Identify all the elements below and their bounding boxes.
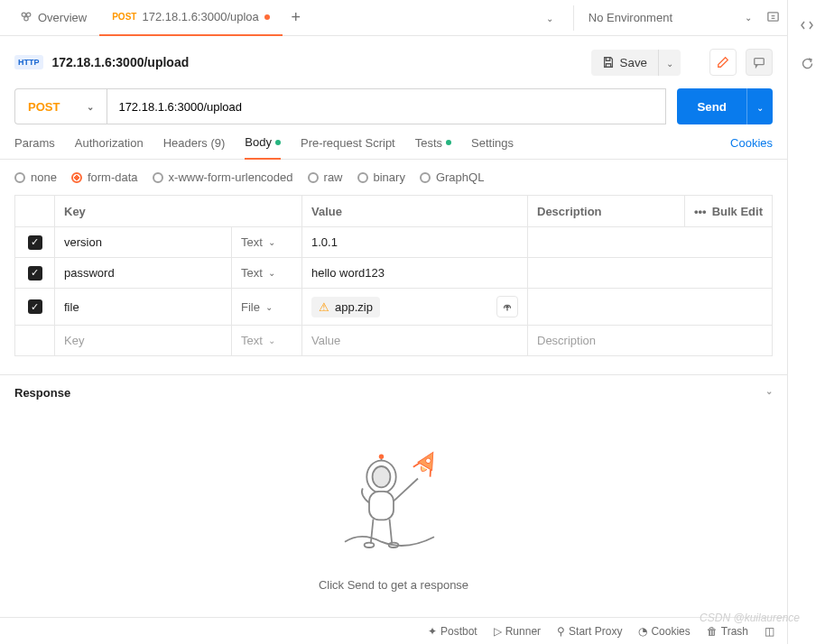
- radio-none[interactable]: none: [14, 170, 57, 184]
- unsaved-dot-icon: [264, 14, 270, 20]
- type-select[interactable]: Text⌄: [232, 326, 302, 355]
- astronaut-illustration: [312, 436, 475, 562]
- cell-key[interactable]: password: [55, 258, 232, 288]
- environment-quicklook-icon[interactable]: [766, 10, 780, 26]
- radio-form-data[interactable]: form-data: [71, 170, 138, 184]
- tab-body[interactable]: Body: [245, 135, 281, 160]
- table-row: ✓ version Text⌄ 1.0.1: [15, 226, 772, 257]
- form-data-table: Key Value Description ••• Bulk Edit ✓ ve…: [14, 195, 773, 356]
- chevron-down-icon: ⌄: [87, 102, 94, 112]
- refresh-icon[interactable]: [800, 57, 814, 74]
- tab-settings[interactable]: Settings: [471, 136, 514, 159]
- request-title: 172.18.1.6:3000/upload: [52, 55, 582, 69]
- radio-graphql[interactable]: GraphQL: [420, 170, 484, 184]
- tab-authorization[interactable]: Authorization: [75, 136, 144, 159]
- svg-point-7: [379, 455, 384, 459]
- url-input[interactable]: [107, 88, 666, 124]
- panels-icon: ◫: [765, 625, 774, 638]
- cell-key[interactable]: file: [55, 289, 232, 325]
- radio-binary[interactable]: binary: [357, 170, 405, 184]
- method-select[interactable]: POST ⌄: [14, 88, 107, 124]
- type-select[interactable]: Text⌄: [232, 258, 302, 288]
- type-select[interactable]: Text⌄: [232, 227, 302, 257]
- file-chip: ⚠ app.zip: [311, 297, 380, 317]
- edit-button[interactable]: [709, 49, 737, 76]
- table-row: ✓ password Text⌄ hello word123: [15, 257, 772, 288]
- cookie-icon: ◔: [638, 625, 647, 638]
- svg-rect-9: [369, 492, 394, 520]
- footer-runner[interactable]: ▷Runner: [494, 625, 541, 638]
- environment-select[interactable]: No Environment ⌄: [581, 11, 759, 24]
- send-button[interactable]: Send: [677, 88, 746, 124]
- table-row-new: Key Text⌄ Value Description: [15, 325, 772, 355]
- antenna-icon: ⚲: [557, 625, 565, 638]
- pencil-icon: [717, 56, 729, 69]
- bulk-edit-button[interactable]: Bulk Edit: [712, 205, 763, 218]
- row-checkbox[interactable]: ✓: [28, 299, 42, 314]
- upload-file-button[interactable]: [496, 296, 518, 317]
- tab-overview[interactable]: Overview: [7, 0, 99, 36]
- footer-cookies[interactable]: ◔Cookies: [638, 625, 690, 638]
- col-description: Description: [528, 196, 685, 226]
- environment-label: No Environment: [589, 11, 672, 24]
- footer-postbot[interactable]: ✦Postbot: [428, 625, 477, 638]
- more-icon[interactable]: •••: [694, 205, 707, 218]
- cell-value[interactable]: hello word123: [302, 258, 528, 288]
- new-desc-input[interactable]: Description: [528, 326, 772, 355]
- save-dropdown[interactable]: ⌄: [658, 50, 681, 76]
- footer-panels[interactable]: ◫: [765, 625, 774, 638]
- save-button[interactable]: Save: [591, 50, 658, 76]
- tab-request-label: 172.18.1.6:3000/uploa: [142, 10, 258, 23]
- chevron-down-icon: ⌄: [745, 13, 752, 23]
- svg-point-0: [22, 13, 25, 16]
- new-key-input[interactable]: Key: [55, 326, 232, 355]
- cell-description[interactable]: [528, 289, 772, 325]
- svg-rect-3: [768, 12, 778, 20]
- response-title: Response: [14, 386, 70, 400]
- comments-button[interactable]: [746, 49, 773, 76]
- cell-key[interactable]: version: [55, 227, 232, 257]
- new-value-input[interactable]: Value: [302, 326, 528, 355]
- col-value: Value: [302, 196, 528, 226]
- new-tab-button[interactable]: +: [283, 8, 310, 27]
- cell-description[interactable]: [528, 258, 772, 288]
- warning-icon: ⚠: [319, 300, 329, 314]
- trash-icon: 🗑: [707, 625, 718, 638]
- tab-headers[interactable]: Headers (9): [163, 136, 226, 159]
- svg-point-1: [26, 13, 30, 16]
- http-badge: HTTP: [14, 55, 43, 69]
- tab-overview-label: Overview: [38, 11, 87, 24]
- watermark: CSDN @kuilaurence: [700, 612, 800, 624]
- tab-params[interactable]: Params: [14, 136, 55, 159]
- cell-description[interactable]: [528, 227, 772, 257]
- type-select[interactable]: File⌄: [232, 289, 302, 325]
- svg-point-6: [373, 466, 391, 487]
- play-icon: ▷: [494, 625, 502, 638]
- save-icon: [602, 56, 615, 69]
- save-label: Save: [620, 56, 647, 69]
- radio-raw[interactable]: raw: [308, 170, 343, 184]
- radio-xwww[interactable]: x-www-form-urlencoded: [153, 170, 293, 184]
- collapse-response-icon[interactable]: ⌄: [765, 386, 773, 400]
- active-dot-icon: [446, 140, 451, 145]
- send-dropdown[interactable]: ⌄: [746, 88, 773, 124]
- cell-value[interactable]: ⚠ app.zip: [302, 289, 528, 325]
- svg-rect-4: [755, 59, 765, 65]
- footer-start-proxy[interactable]: ⚲Start Proxy: [557, 625, 622, 638]
- svg-point-10: [365, 543, 375, 547]
- cell-value[interactable]: 1.0.1: [302, 227, 528, 257]
- tabs-dropdown[interactable]: ⌄: [533, 11, 566, 24]
- footer-trash[interactable]: 🗑Trash: [707, 625, 748, 638]
- row-checkbox[interactable]: ✓: [28, 266, 42, 281]
- table-row: ✓ file File⌄ ⚠ app.zip: [15, 288, 772, 325]
- cookies-link[interactable]: Cookies: [730, 136, 773, 159]
- tab-prerequest[interactable]: Pre-request Script: [301, 136, 395, 159]
- tab-method-tag: POST: [112, 12, 136, 22]
- code-snippet-icon[interactable]: [800, 18, 814, 35]
- row-checkbox[interactable]: ✓: [28, 235, 42, 250]
- comment-icon: [753, 56, 765, 69]
- tab-request-active[interactable]: POST 172.18.1.6:3000/uploa: [99, 0, 283, 36]
- response-hint: Click Send to get a response: [319, 578, 468, 592]
- tab-tests[interactable]: Tests: [415, 136, 451, 159]
- divider: [573, 5, 574, 31]
